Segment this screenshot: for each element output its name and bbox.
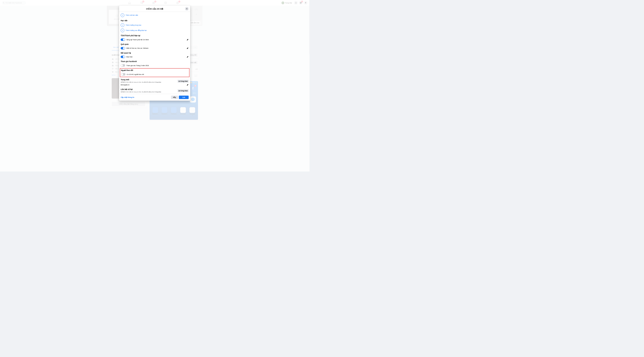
close-button[interactable] xyxy=(185,7,188,10)
pencil-icon[interactable] xyxy=(187,84,189,86)
joined-value: Tham gia vào Tháng 5 năm 2018 xyxy=(126,65,189,66)
hometown-value: Đến từ Gia Lai, Gia Lai, Vietnam xyxy=(126,47,186,49)
toggle-followers[interactable] xyxy=(121,73,126,76)
plus-icon: + xyxy=(121,23,124,27)
toggle-joined[interactable] xyxy=(121,64,125,67)
save-button[interactable]: Lưu xyxy=(179,95,188,99)
pencil-icon[interactable] xyxy=(187,39,189,41)
plus-icon: + xyxy=(121,28,124,32)
toggle-relationship[interactable] xyxy=(121,56,125,58)
followers-highlight: Người theo dõi Có 10.441 người theo dõi xyxy=(120,68,190,77)
modal-footer: Cập nhật thông tin Hủy Lưu xyxy=(119,94,190,101)
toggle-city[interactable] xyxy=(121,38,125,41)
social-audience-button[interactable]: Công khai xyxy=(178,89,188,92)
update-info-link[interactable]: Cập nhật thông tin xyxy=(121,96,134,98)
section-followers: Người theo dõi xyxy=(121,69,188,71)
toggle-hometown[interactable] xyxy=(121,47,125,49)
add-workplace[interactable]: + Thêm nơi làm việc xyxy=(121,13,189,18)
plus-icon: + xyxy=(121,13,124,17)
add-high-school[interactable]: + Thêm trường trung học xyxy=(121,22,189,28)
globe-icon xyxy=(178,81,180,82)
section-education: Học vấn xyxy=(121,19,189,21)
website-audience-button[interactable]: Công khai xyxy=(178,80,188,83)
section-joined: Tham gia Facebook xyxy=(121,60,189,63)
section-city: Tỉnh/Thành phố hiện tại xyxy=(121,35,189,37)
modal-header: Chỉnh sửa chi tiết xyxy=(119,6,190,12)
modal-body[interactable]: + Thêm nơi làm việc Học vấn + Thêm trườn… xyxy=(119,12,190,94)
relationship-value: Độc thân xyxy=(126,56,186,58)
modal-title: Chỉnh sửa chi tiết xyxy=(146,7,163,10)
pencil-icon[interactable] xyxy=(187,56,189,58)
city-value: Sống tại Thành phố Hồ Chí Minh xyxy=(126,39,186,41)
section-relationship: Mối quan hệ xyxy=(121,52,189,54)
cancel-button[interactable]: Hủy xyxy=(171,95,178,99)
edit-details-modal: Chỉnh sửa chi tiết + Thêm nơi làm việc H… xyxy=(119,6,190,101)
website-value: letrongdai.vn xyxy=(121,84,130,85)
globe-icon xyxy=(178,90,180,91)
followers-value: Có 10.441 người theo dõi xyxy=(127,73,188,75)
section-hometown: Quê quán xyxy=(121,43,189,45)
close-icon xyxy=(186,8,188,10)
add-college[interactable]: + Thêm trường cao đẳng/đại học xyxy=(121,28,189,33)
pencil-icon[interactable] xyxy=(187,47,189,49)
